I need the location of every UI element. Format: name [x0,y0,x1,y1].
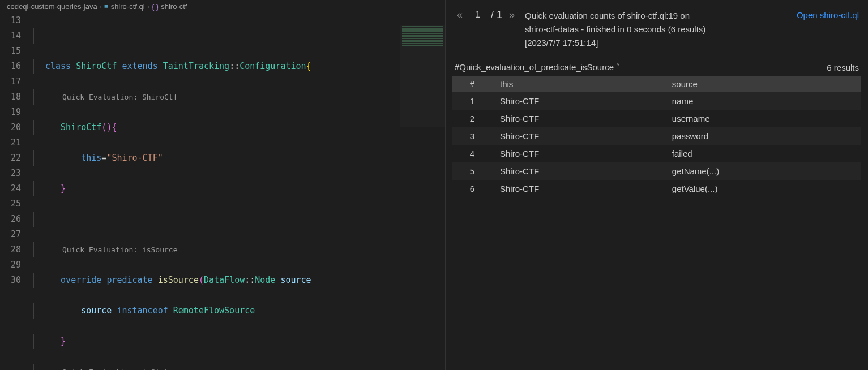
cell-source[interactable]: password [664,127,861,145]
results-summary: Quick evaluation counts of shiro-ctf.ql:… [525,9,789,50]
breadcrumb[interactable]: codeql-custom-queries-java › ≡ shiro-ctf… [0,0,445,13]
table-row[interactable]: 4Shiro-CTFfailed [452,145,861,162]
chevron-right-icon: › [100,2,102,11]
results-pane: « / 1 » Quick evaluation counts of shiro… [445,0,868,370]
cell-source[interactable]: getName(...) [664,162,861,180]
cell-index: 6 [452,180,492,197]
table-row[interactable]: 2Shiro-CTFusername [452,110,861,127]
pager-prev-icon[interactable]: « [455,9,465,21]
result-count: 6 results [827,63,859,72]
pager-current-input[interactable] [469,10,486,20]
cell-this: Shiro-CTF [492,180,664,197]
breadcrumb-folder[interactable]: codeql-custom-queries-java [7,2,97,11]
pager: « / 1 » [455,9,517,21]
codelens-issink[interactable]: Quick Evaluation: isSink [33,364,445,370]
symbol-icon: { } [152,2,159,11]
editor-body[interactable]: 13 14 15 16 17 18 19 20 21 22 23 24 25 2… [0,13,445,370]
codelens-shiroctf[interactable]: Quick Evaluation: ShiroCtf [33,89,445,105]
breadcrumb-symbol[interactable]: shiro-ctf [161,2,187,11]
cell-this: Shiro-CTF [492,127,664,145]
open-file-link[interactable]: Open shiro-ctf.ql [797,9,859,21]
cell-source[interactable]: username [664,110,861,127]
col-source[interactable]: source [664,76,861,92]
cell-index: 4 [452,145,492,162]
line-gutter: 13 14 15 16 17 18 19 20 21 22 23 24 25 2… [0,13,31,370]
results-table: # this source 1Shiro-CTFname2Shiro-CTFus… [452,76,861,197]
col-index[interactable]: # [452,76,492,92]
table-row[interactable]: 6Shiro-CTFgetValue(...) [452,180,861,197]
file-icon: ≡ [104,2,109,11]
cell-this: Shiro-CTF [492,145,664,162]
cell-this: Shiro-CTF [492,92,664,110]
breadcrumb-file[interactable]: shiro-ctf.ql [111,2,145,11]
minimap[interactable] [400,25,445,127]
cell-source[interactable]: name [664,92,861,110]
cell-source[interactable]: getValue(...) [664,180,861,197]
cell-index: 3 [452,127,492,145]
predicate-row: #Quick_evaluation_of_predicate_isSource … [452,59,861,76]
results-header: « / 1 » Quick evaluation counts of shiro… [452,5,861,59]
table-row[interactable]: 3Shiro-CTFpassword [452,127,861,145]
col-this[interactable]: this [492,76,664,92]
code-area[interactable]: class ShiroCtf extends TaintTracking::Co… [31,13,445,370]
table-row[interactable]: 5Shiro-CTFgetName(...) [452,162,861,180]
cell-index: 2 [452,110,492,127]
table-header-row: # this source [452,76,861,92]
chevron-right-icon: › [147,2,149,11]
codelens-issource[interactable]: Quick Evaluation: isSource [33,242,445,257]
editor-pane: codeql-custom-queries-java › ≡ shiro-ctf… [0,0,445,370]
cell-this: Shiro-CTF [492,110,664,127]
pager-next-icon[interactable]: » [507,9,517,21]
predicate-dropdown[interactable]: #Quick_evaluation_of_predicate_isSource [455,62,621,72]
pager-total: / 1 [491,9,502,21]
table-row[interactable]: 1Shiro-CTFname [452,92,861,110]
cell-source[interactable]: failed [664,145,861,162]
cell-this: Shiro-CTF [492,162,664,180]
cell-index: 5 [452,162,492,180]
cell-index: 1 [452,92,492,110]
